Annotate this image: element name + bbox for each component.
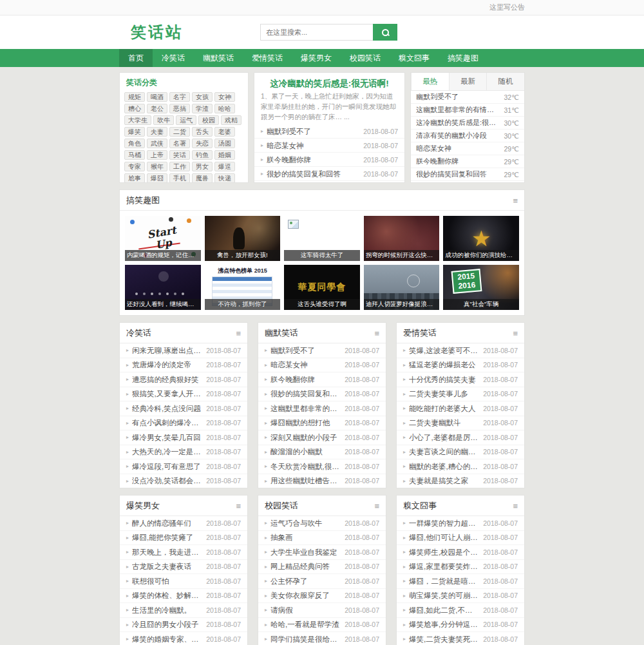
hot-tab[interactable]: 最新 [449,73,487,90]
category-tag[interactable]: 笑话 [169,150,190,160]
article-list-item[interactable]: ▸爆笑尬事,分分钟逗乐你2018-08-07 [397,618,524,633]
gallery-image[interactable]: Start Up 内蒙喝酒的规矩，记住名字 [125,216,201,261]
category-tag[interactable]: 校园 [198,115,219,125]
site-logo[interactable]: 笑话站 [131,22,183,43]
article-list-item[interactable]: ▸爆囧,如此二货,不笑都难2018-08-07 [397,603,524,618]
nav-item[interactable]: 爱情笑话 [243,49,292,67]
article-list-item[interactable]: ▸爆囧幽默的想打他2018-08-07 [258,416,386,431]
article-list-item[interactable]: ▸经典冷科,笑点没问题2018-08-07 [120,401,247,416]
category-tag[interactable]: 老公 [147,104,167,113]
category-tag[interactable]: 名字 [169,92,190,102]
featured-article-title[interactable]: 这冷幽默的笑后感是:很无语啊! [254,73,404,91]
article-list-item[interactable]: ▸哈哈,一看就是帮学渣2018-08-07 [258,618,386,633]
article-list-item[interactable]: ▸爆笑的婚姻专家、救苦母等2018-08-07 [120,632,247,645]
article-list-item[interactable]: ▸冷且囧的男女小段子2018-08-07 [120,618,247,633]
article-list-item[interactable]: ▸很妙的搞笑回复和回答2018-08-07 [258,387,386,402]
article-list-item[interactable]: ▸冬天欣赏冷幽默,很配哦2018-08-07 [258,459,386,474]
category-tag[interactable]: 女孩 [192,92,213,102]
gallery-image[interactable]: 迪拜人切菠萝好像挺浪费的 [364,265,440,310]
hot-list-item[interactable]: 这冷幽默的笑后感是:很无语啊! 30℃ [411,117,524,130]
hot-list-item[interactable]: 暗恋某女神 29℃ [411,142,524,155]
nav-item[interactable]: 爆笑男女 [292,49,341,67]
hot-tab[interactable]: 最热 [411,73,449,90]
category-tag[interactable]: 魔兽 [192,173,213,183]
article-list-item[interactable]: ▸能吃能打的老婆大人2018-08-07 [397,401,524,416]
hot-list-item[interactable]: 酸溜溜的小幽默 29℃ [411,181,524,183]
category-tag[interactable]: 上帝 [147,150,167,160]
category-tag[interactable]: 爆笑 [124,127,145,137]
article-list-item[interactable]: ▸这幽默里都非常的有情绪啊!2018-08-07 [258,401,386,416]
article-list-item[interactable]: ▸夫妻言谈之间的幽默战2018-08-07 [397,445,524,460]
article-list-item[interactable]: ▸爆冷逗段,可有意思了2018-08-07 [120,459,247,474]
article-list-item[interactable]: ▸抽象画2018-08-07 [258,531,386,546]
nav-item[interactable]: 首页 [119,49,153,67]
article-list-item[interactable]: ▸公主怀孕了2018-08-07 [258,574,386,589]
article-list-item[interactable]: ▸爆冷男女,笑晕几百回2018-08-07 [120,430,247,445]
article-list-item[interactable]: ▸闲来无聊,琢磨出点冷段子2018-08-07 [120,343,247,358]
category-tag[interactable]: 学渣 [192,104,213,113]
nav-item[interactable]: 校园笑话 [341,49,390,67]
article-list-item[interactable]: ▸笑爆,这波老婆可不是盖的2018-08-07 [397,343,524,358]
category-tag[interactable]: 哈哈 [214,104,235,113]
article-list-item[interactable]: ▸深刻又幽默的小段子2018-08-07 [258,430,386,445]
article-list-item[interactable]: ▸爆囧,能把你笑瘫了2018-08-07 [120,531,247,546]
category-tag[interactable]: 女神 [214,92,235,102]
nav-item[interactable]: 冷笑话 [153,49,194,67]
gallery-image[interactable]: ★ 成功的被你们的演技给骗了 [443,216,519,261]
category-tag[interactable]: 糟心 [124,104,145,113]
category-tag[interactable]: 大学生 [124,115,151,125]
featured-list-item[interactable]: ▸ 幽默到受不了 2018-08-07 [254,124,404,139]
category-tag[interactable]: 喝酒 [147,92,167,102]
search-button[interactable] [373,24,397,41]
article-list-item[interactable]: ▸荒唐爆冷的淡定帝2018-08-07 [120,358,247,373]
category-tag[interactable]: 二货 [169,127,190,137]
article-list-item[interactable]: ▸同学们搞笑是很给力的哦2018-08-07 [258,632,386,645]
category-tag[interactable]: 吹牛 [153,115,174,125]
category-tag[interactable]: 武侠 [147,139,167,148]
category-tag[interactable]: 老婆 [214,127,235,137]
article-list-item[interactable]: ▸狠搞笑,又要拿人开涮啦!2018-08-07 [120,387,247,402]
article-list-item[interactable]: ▸朕今晚翻你牌2018-08-07 [258,372,386,387]
category-tag[interactable]: 爆逗 [214,162,235,171]
category-tag[interactable]: 尬事 [124,173,145,183]
article-list-item[interactable]: ▸夫妻就是搞笑之家2018-08-07 [397,474,524,488]
article-list-item[interactable]: ▸爆囧，二货就是嘻哈帮2018-08-07 [397,574,524,589]
category-tag[interactable]: 失恋 [192,139,213,148]
article-list-item[interactable]: ▸没点冷劲,笑话都会没人看的2018-08-07 [120,474,247,488]
hot-list-item[interactable]: 很妙的搞笑回复和回答 29℃ [411,168,524,181]
article-list-item[interactable]: ▸幽默到受不了2018-08-07 [258,343,386,358]
gallery-image[interactable]: 沸点特色榜单 2015 不许动，抓到你了 [205,265,281,310]
article-list-item[interactable]: ▸联想很可怕2018-08-07 [120,574,247,589]
list-icon[interactable]: ≡ [236,502,241,510]
article-list-item[interactable]: ▸爆笑师生,校园是个欢笑场2018-08-07 [397,545,524,560]
hot-tab[interactable]: 随机 [486,73,524,90]
category-tag[interactable]: 角色 [124,139,145,148]
list-icon[interactable]: ≡ [513,197,518,205]
featured-list-item[interactable]: ▸ 这幽默里都非常的有情绪啊! 2018-08-07 [254,181,404,183]
category-tag[interactable]: 夫妻 [147,127,167,137]
article-list-item[interactable]: ▸萌宝爆笑,笑的可崩溃了2018-08-07 [397,589,524,604]
category-tag[interactable]: 马桶 [124,150,145,160]
article-list-item[interactable]: ▸十分优秀的搞笑夫妻2018-08-07 [397,372,524,387]
article-list-item[interactable]: ▸醉人的情恋骚年们2018-08-07 [120,516,247,531]
list-icon[interactable]: ≡ [236,329,241,338]
gallery-image[interactable]: 还好没人看到，继续喝我的八二年 [125,265,201,310]
nav-item[interactable]: 糗文囧事 [390,49,439,67]
category-tag[interactable]: 工作 [169,162,190,171]
gallery-image[interactable]: 禽兽，放开那女孩! [205,216,281,261]
list-icon[interactable]: ≡ [513,329,518,338]
search-input[interactable] [260,24,373,41]
article-list-item[interactable]: ▸大学生毕业自我鉴定2018-08-07 [258,545,386,560]
article-list-item[interactable]: ▸遭恶搞的经典狠好笑2018-08-07 [120,372,247,387]
hot-list-item[interactable]: 朕今晚翻你牌 29℃ [411,155,524,168]
featured-list-item[interactable]: ▸ 很妙的搞笑回复和回答 2018-08-07 [254,167,404,181]
category-tag[interactable]: 男女 [192,162,213,171]
gallery-image[interactable]: 这车骑得太牛了 [284,216,360,261]
article-list-item[interactable]: ▸爆笑,二货夫妻笑死人呀2018-08-07 [397,632,524,645]
article-list-item[interactable]: ▸幽默的老婆,糟心的老公!2018-08-07 [397,459,524,474]
nav-item[interactable]: 搞笑趣图 [439,49,488,67]
category-tag[interactable]: 婚姻 [214,150,235,160]
article-list-item[interactable]: ▸二货夫妻幽默斗2018-08-07 [397,416,524,431]
gallery-image[interactable]: 華夏同學會 这舌头谁受得了啊 [284,265,360,310]
gallery-image[interactable]: 拐弯的时候别开这么快啊，大哥 [364,216,440,261]
